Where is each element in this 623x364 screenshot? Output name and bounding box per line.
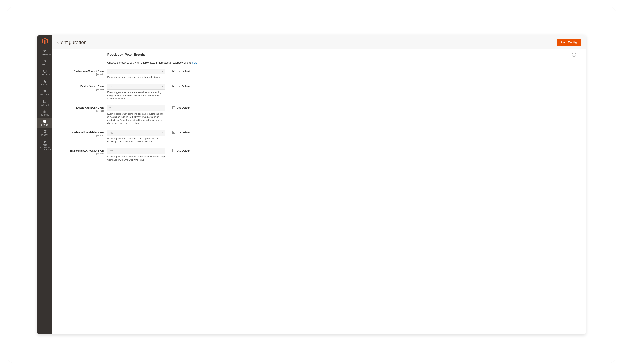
field-note: Event triggers when someone searches for… <box>107 91 165 100</box>
check-icon <box>173 131 175 133</box>
sidebar-item-label: CONTENT <box>40 104 50 106</box>
sidebar-item-label: CUSTOMERS <box>38 84 51 86</box>
sidebar-item-dashboard[interactable]: DASHBOARD <box>37 47 52 58</box>
field-scope: [website] <box>62 110 105 112</box>
field-label: Enable InitiateCheckout Event <box>69 149 105 152</box>
content-area[interactable]: Facebook Pixel Events Choose the events … <box>52 49 586 334</box>
section-intro: Choose the events you want enable. Learn… <box>107 61 579 64</box>
field-select[interactable]: Yes <box>107 84 165 90</box>
field-scope: [website] <box>62 134 105 137</box>
config-field-row: Enable InitiateCheckout Event [website] … <box>107 148 579 162</box>
app-window: DASHBOARD SALES PRODUCTS CUSTOMERS <box>37 35 586 334</box>
config-field-row: Enable AddToCart Event [website] Yes Eve… <box>107 105 579 125</box>
megaphone-icon <box>43 89 47 93</box>
field-scope: [website] <box>62 88 105 91</box>
sidebar-item-label: PRODUCTS <box>39 74 51 76</box>
use-default-label: Use Default <box>177 149 190 152</box>
field-select[interactable]: Yes <box>107 69 165 75</box>
magento-logo-icon <box>42 38 48 44</box>
sidebar-item-content[interactable]: CONTENT <box>37 98 52 108</box>
person-icon <box>43 79 47 83</box>
sidebar: DASHBOARD SALES PRODUCTS CUSTOMERS <box>37 35 52 334</box>
field-scope: [website] <box>62 153 105 155</box>
sidebar-item-label: REPORTS <box>40 114 50 116</box>
sidebar-item-system[interactable]: SYSTEM <box>37 128 52 138</box>
use-default-checkbox[interactable] <box>173 85 175 87</box>
use-default-label: Use Default <box>177 70 190 73</box>
intro-link[interactable]: here <box>192 61 197 64</box>
sidebar-item-products[interactable]: PRODUCTS <box>37 67 52 78</box>
use-default-checkbox[interactable] <box>173 106 175 109</box>
box-icon <box>43 69 47 73</box>
page-title: Configuration <box>57 40 87 45</box>
sidebar-item-label: SALES <box>41 64 48 66</box>
topbar: Configuration Save Config <box>52 35 586 49</box>
check-icon <box>173 150 175 152</box>
check-icon <box>173 85 175 87</box>
sidebar-item-label: SYSTEM <box>41 134 49 136</box>
use-default-label: Use Default <box>177 85 190 88</box>
sidebar-item-marketing[interactable]: MARKETING <box>37 88 52 98</box>
intro-text: Choose the events you want enable. Learn… <box>107 61 192 64</box>
config-field-row: Enable Search Event [website] Yes Event … <box>107 84 579 100</box>
field-label: Enable AddToCart Event <box>76 106 105 109</box>
config-field-row: Enable ViewContent Event [website] Yes E… <box>107 69 579 79</box>
field-scope: [website] <box>62 73 105 76</box>
sidebar-item-label: DASHBOARD <box>38 54 51 56</box>
config-field-row: Enable AddToWishlist Event [website] Yes… <box>107 130 579 143</box>
field-select[interactable]: Yes <box>107 130 165 136</box>
field-note: Event triggers when someone adds a produ… <box>107 137 165 143</box>
dollar-icon <box>43 59 47 63</box>
field-note: Event triggers when someone lands to the… <box>107 155 165 162</box>
main-panel: Configuration Save Config Facebook Pixel… <box>52 35 586 334</box>
chevron-up-icon <box>573 54 575 56</box>
field-select[interactable]: Yes <box>107 105 165 111</box>
sidebar-item-partners[interactable]: FIND PARTNERS & EXTENSIONS <box>37 138 52 152</box>
layout-icon <box>43 100 47 103</box>
use-default-checkbox[interactable] <box>173 131 175 134</box>
use-default-checkbox[interactable] <box>173 149 175 152</box>
store-icon <box>43 120 47 123</box>
use-default-label: Use Default <box>177 131 190 134</box>
sidebar-item-sales[interactable]: SALES <box>37 58 52 67</box>
sidebar-item-label: STORES <box>41 124 49 126</box>
check-icon <box>173 70 175 72</box>
sidebar-item-stores[interactable]: STORES <box>37 118 52 128</box>
use-default-label: Use Default <box>177 106 190 109</box>
sidebar-item-customers[interactable]: CUSTOMERS <box>37 78 52 88</box>
puzzle-icon <box>43 140 47 143</box>
field-note: Event triggers when someone visits the p… <box>107 76 165 79</box>
gauge-icon <box>43 49 47 53</box>
field-select[interactable]: Yes <box>107 148 165 154</box>
save-config-button[interactable]: Save Config <box>556 39 580 46</box>
field-note: Event triggers when someone adds a produ… <box>107 112 165 125</box>
gear-icon <box>43 130 47 134</box>
section-title: Facebook Pixel Events <box>107 53 145 57</box>
sidebar-item-label: MARKETING <box>39 94 51 96</box>
field-label: Enable AddToWishlist Event <box>72 131 105 134</box>
collapse-toggle[interactable] <box>572 53 576 57</box>
check-icon <box>173 107 175 109</box>
use-default-checkbox[interactable] <box>173 70 175 72</box>
field-label: Enable Search Event <box>81 85 105 88</box>
sidebar-item-label: FIND PARTNERS & EXTENSIONS <box>37 144 52 150</box>
divider <box>40 46 49 46</box>
bars-icon <box>43 110 47 113</box>
field-label: Enable ViewContent Event <box>74 70 105 73</box>
sidebar-item-reports[interactable]: REPORTS <box>37 108 52 118</box>
